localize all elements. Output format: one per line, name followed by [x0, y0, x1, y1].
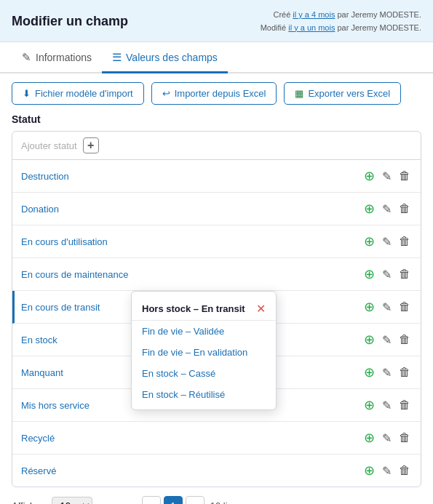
per-page-label: par page [98, 500, 135, 504]
field-table: Ajouter statut + Destruction ⊕ ✎ 🗑 Donat… [12, 131, 421, 487]
page-header: Modifier un champ Créé il y a 4 mois par… [0, 0, 433, 42]
edit-button[interactable]: ✎ [381, 463, 393, 479]
activate-button[interactable]: ⊕ [362, 167, 376, 185]
activate-button[interactable]: ⊕ [362, 265, 376, 284]
field-actions: ⊕ ✎ 🗑 [362, 265, 412, 284]
tooltip-item[interactable]: En stock – Réutilisé [132, 384, 276, 405]
tooltip-header: Hors stock – En transit ✕ [132, 296, 276, 321]
import-model-button[interactable]: ⬇ Fichier modèle d'import [12, 82, 144, 105]
delete-button[interactable]: 🗑 [397, 463, 412, 479]
field-name: En cours de transit [21, 302, 100, 313]
total-lines: 10 lignes [210, 500, 248, 504]
created-link[interactable]: il y a 4 mois [293, 10, 335, 19]
activate-button[interactable]: ⊕ [362, 363, 376, 382]
field-actions: ⊕ ✎ 🗑 [362, 396, 412, 415]
delete-button[interactable]: 🗑 [397, 201, 412, 217]
export-excel-button[interactable]: ▦ Exporter vers Excel [284, 82, 401, 105]
field-name: Manquant [21, 367, 63, 378]
field-name: Recyclé [21, 433, 55, 444]
tooltip-item[interactable]: Fin de vie – En validation [132, 342, 276, 363]
show-label: Afficher: [12, 500, 46, 504]
pagination-bar: Afficher: 10 25 50 100 par page ‹ 1 › 10… [0, 487, 433, 504]
field-actions: ⊕ ✎ 🗑 [362, 167, 412, 185]
tab-bar: ✎ Informations ☰ Valeurs des champs [0, 42, 433, 73]
field-actions: ⊕ ✎ 🗑 [362, 232, 412, 251]
modified-link[interactable]: il y a un mois [288, 23, 335, 32]
delete-button[interactable]: 🗑 [397, 364, 412, 380]
activate-button[interactable]: ⊕ [362, 396, 376, 415]
table-row: Réservé ⊕ ✎ 🗑 [12, 455, 421, 487]
toolbar: ⬇ Fichier modèle d'import ↩ Importer dep… [0, 73, 433, 113]
delete-button[interactable]: 🗑 [397, 332, 412, 348]
field-actions: ⊕ ✎ 🗑 [362, 461, 412, 480]
edit-icon: ✎ [22, 51, 31, 64]
import-excel-button[interactable]: ↩ Importer depuis Excel [151, 82, 277, 105]
activate-button[interactable]: ⊕ [362, 297, 376, 316]
field-section: Statut Ajouter statut + Destruction ⊕ ✎ … [0, 113, 433, 487]
delete-button[interactable]: 🗑 [397, 266, 412, 282]
field-actions: ⊕ ✎ 🗑 [362, 330, 412, 349]
field-actions: ⊕ ✎ 🗑 [362, 363, 412, 382]
activate-button[interactable]: ⊕ [362, 232, 376, 251]
edit-button[interactable]: ✎ [381, 364, 393, 381]
field-actions: ⊕ ✎ 🗑 [362, 199, 412, 218]
field-name: En cours de maintenance [21, 269, 128, 280]
download-icon: ⬇ [23, 88, 31, 99]
tooltip-popup: Hors stock – En transit ✕ Fin de vie – V… [131, 291, 277, 410]
edit-button[interactable]: ✎ [381, 266, 393, 283]
activate-button[interactable]: ⊕ [362, 428, 376, 447]
activate-button[interactable]: ⊕ [362, 330, 376, 349]
table-row: Recyclé ⊕ ✎ 🗑 [12, 422, 421, 455]
field-name: Réservé [21, 465, 56, 476]
delete-button[interactable]: 🗑 [397, 430, 412, 446]
table-row-transit: En cours de transit ⊕ ✎ 🗑 Hors stock – E… [12, 291, 421, 324]
meta-modified: Modifié il y a un mois par Jeremy MODEST… [261, 22, 421, 35]
page-1-button[interactable]: 1 [164, 496, 183, 504]
field-name: Destruction [21, 171, 69, 182]
edit-button[interactable]: ✎ [381, 299, 393, 316]
edit-button[interactable]: ✎ [381, 201, 393, 217]
excel-icon: ▦ [295, 88, 303, 99]
tooltip-close-button[interactable]: ✕ [256, 302, 266, 316]
field-name: Donation [21, 204, 59, 215]
edit-button[interactable]: ✎ [381, 168, 393, 185]
edit-button[interactable]: ✎ [381, 397, 393, 414]
table-row: Donation ⊕ ✎ 🗑 [12, 193, 421, 225]
prev-page-button[interactable]: ‹ [142, 496, 161, 504]
delete-button[interactable]: 🗑 [397, 168, 412, 184]
import-icon: ↩ [162, 88, 170, 99]
add-field-button[interactable]: + [83, 137, 99, 153]
table-row: En cours de maintenance ⊕ ✎ 🗑 [12, 258, 421, 291]
header-meta: Créé il y a 4 mois par Jeremy MODESTE. M… [261, 9, 421, 34]
delete-button[interactable]: 🗑 [397, 299, 412, 315]
delete-button[interactable]: 🗑 [397, 233, 412, 249]
list-icon: ☰ [112, 51, 122, 64]
table-row: En cours d'utilisation ⊕ ✎ 🗑 [12, 225, 421, 258]
tab-valeurs[interactable]: ☰ Valeurs des champs [102, 42, 228, 73]
per-page-select[interactable]: 10 25 50 100 [52, 497, 92, 504]
field-actions: ⊕ ✎ 🗑 [362, 297, 412, 316]
add-row: Ajouter statut + [12, 132, 421, 160]
edit-button[interactable]: ✎ [381, 233, 393, 250]
table-row: Destruction ⊕ ✎ 🗑 [12, 160, 421, 193]
page-title: Modifier un champ [12, 14, 128, 29]
field-name: Mis hors service [21, 400, 90, 411]
page-nav: ‹ 1 › [142, 496, 204, 504]
field-name: En stock [21, 335, 57, 345]
tooltip-item[interactable]: En stock – Cassé [132, 363, 276, 384]
activate-button[interactable]: ⊕ [362, 199, 376, 218]
tooltip-title: Hors stock – En transit [142, 303, 245, 314]
next-page-button[interactable]: › [186, 496, 204, 504]
edit-button[interactable]: ✎ [381, 430, 393, 447]
edit-button[interactable]: ✎ [381, 332, 393, 348]
field-name: En cours d'utilisation [21, 236, 108, 247]
add-placeholder: Ajouter statut [21, 140, 77, 151]
tooltip-item[interactable]: Fin de vie – Validée [132, 321, 276, 342]
tab-informations[interactable]: ✎ Informations [12, 42, 102, 73]
section-title: Statut [12, 113, 421, 125]
field-actions: ⊕ ✎ 🗑 [362, 428, 412, 447]
activate-button[interactable]: ⊕ [362, 461, 376, 480]
delete-button[interactable]: 🗑 [397, 397, 412, 413]
meta-created: Créé il y a 4 mois par Jeremy MODESTE. [261, 9, 421, 22]
